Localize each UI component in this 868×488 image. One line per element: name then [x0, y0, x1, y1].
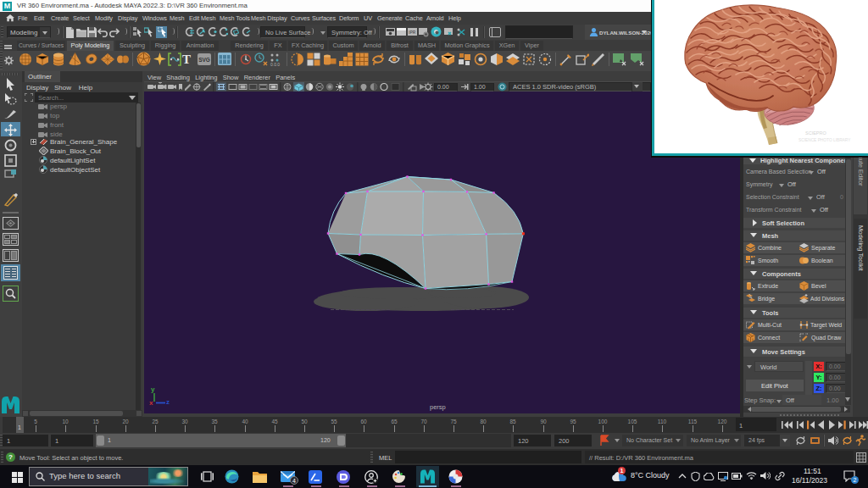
svg-text:120: 120 — [718, 419, 727, 424]
svg-text:35: 35 — [211, 419, 218, 424]
svg-text:x: x — [149, 399, 153, 407]
svg-text:y: y — [151, 385, 155, 393]
svg-text:25: 25 — [152, 419, 159, 424]
svg-text:105: 105 — [628, 419, 637, 424]
svg-text:SCIEPRO: SCIEPRO — [805, 130, 826, 136]
svg-text:45: 45 — [271, 419, 278, 424]
svg-text:1: 1 — [18, 424, 21, 430]
svg-text:IPR: IPR — [409, 30, 416, 35]
svg-text:5: 5 — [34, 419, 37, 424]
svg-text:90: 90 — [540, 419, 547, 424]
svg-text:0,0,0: 0,0,0 — [270, 62, 280, 67]
svg-text:50: 50 — [301, 419, 308, 424]
svg-text:60: 60 — [360, 419, 367, 424]
svg-text:70: 70 — [420, 419, 427, 424]
svg-text:10: 10 — [62, 419, 69, 424]
svg-text:20: 20 — [122, 419, 129, 424]
svg-text:95: 95 — [570, 419, 576, 424]
svg-text:persp: persp — [430, 403, 446, 411]
svg-text:30: 30 — [181, 419, 188, 424]
svg-text:40: 40 — [242, 419, 248, 424]
svg-text:z: z — [166, 398, 170, 406]
svg-text:115: 115 — [688, 419, 698, 424]
svg-text:1: 1 — [739, 422, 743, 430]
svg-text:100: 100 — [598, 419, 608, 424]
svg-text:110: 110 — [658, 419, 667, 424]
svg-text:15: 15 — [92, 419, 99, 424]
svg-text:80: 80 — [480, 419, 487, 424]
svg-text:65: 65 — [391, 419, 398, 424]
svg-text:55: 55 — [331, 419, 337, 424]
svg-text:SVG: SVG — [198, 57, 210, 63]
svg-text:75: 75 — [450, 419, 457, 424]
svg-text:SCIENCE PHOTO LIBRARY: SCIENCE PHOTO LIBRARY — [798, 138, 851, 142]
svg-text:85: 85 — [509, 419, 516, 424]
